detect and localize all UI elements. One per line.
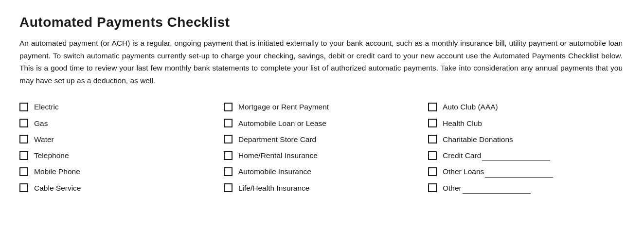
checklist-item-label: Credit Card — [443, 150, 550, 161]
checkbox[interactable] — [224, 135, 233, 143]
checklist-item-label: Mobile Phone — [34, 166, 80, 177]
checkbox[interactable] — [428, 119, 437, 127]
checkbox[interactable] — [428, 183, 437, 192]
checkbox[interactable] — [19, 135, 28, 143]
checklist-item-label: Health Club — [443, 118, 482, 129]
checklist-item-label: Home/Rental Insurance — [238, 150, 318, 161]
checkbox[interactable] — [19, 103, 28, 111]
list-item: Health Club — [428, 117, 623, 130]
checklist-item-label: Auto Club (AAA) — [443, 101, 498, 112]
checklist-grid: ElectricGasWaterTelephoneMobile PhoneCab… — [19, 100, 623, 195]
list-item: Other Loans — [428, 165, 623, 178]
list-item: Credit Card — [428, 149, 623, 162]
checklist-item-label: Telephone — [34, 150, 69, 161]
checklist-item-label: Gas — [34, 118, 48, 129]
checkbox[interactable] — [428, 103, 437, 111]
checklist-item-label: Life/Health Insurance — [238, 182, 309, 194]
checklist-column-1: ElectricGasWaterTelephoneMobile PhoneCab… — [19, 100, 214, 195]
checkbox[interactable] — [224, 151, 233, 160]
checkbox[interactable] — [428, 151, 437, 160]
intro-paragraph: An automated payment (or ACH) is a regul… — [19, 37, 623, 87]
list-item: Mobile Phone — [19, 165, 214, 178]
list-item: Telephone — [19, 149, 214, 162]
checklist-column-2: Mortgage or Rent PaymentAutomobile Loan … — [224, 100, 418, 195]
list-item: Department Store Card — [224, 133, 418, 146]
checklist-item-label: Department Store Card — [238, 134, 316, 145]
list-item: Auto Club (AAA) — [428, 100, 623, 113]
checkbox[interactable] — [224, 103, 233, 111]
list-item: Other — [428, 181, 623, 195]
list-item: Gas — [19, 117, 214, 130]
list-item: Cable Service — [19, 181, 214, 195]
list-item: Charitable Donations — [428, 133, 623, 146]
checkbox[interactable] — [428, 135, 437, 143]
list-item: Mortgage or Rent Payment — [224, 100, 418, 113]
checkbox[interactable] — [224, 167, 233, 176]
checklist-item-label: Automobile Insurance — [238, 166, 311, 177]
checklist-item-label: Automobile Loan or Lease — [238, 118, 326, 129]
checklist-item-label: Electric — [34, 101, 59, 112]
checkbox[interactable] — [19, 119, 28, 127]
list-item: Water — [19, 133, 214, 146]
checklist-item-label: Mortgage or Rent Payment — [238, 101, 329, 112]
checkbox[interactable] — [19, 151, 28, 160]
checklist-item-label: Charitable Donations — [443, 134, 513, 145]
page-title: Automated Payments Checklist — [19, 15, 625, 30]
checkbox[interactable] — [224, 183, 233, 192]
checkbox[interactable] — [19, 183, 28, 192]
checklist-item-label: Other Loans — [443, 166, 553, 177]
list-item: Automobile Insurance — [224, 165, 418, 178]
checklist-item-label: Other — [443, 182, 531, 194]
list-item: Life/Health Insurance — [224, 181, 418, 195]
list-item: Automobile Loan or Lease — [224, 117, 418, 130]
checklist-item-label: Water — [34, 134, 54, 145]
checkbox[interactable] — [428, 167, 437, 176]
checklist-column-3: Auto Club (AAA)Health ClubCharitable Don… — [428, 100, 623, 195]
checklist-item-label: Cable Service — [34, 182, 81, 194]
checkbox[interactable] — [19, 167, 28, 176]
list-item: Electric — [19, 100, 214, 113]
list-item: Home/Rental Insurance — [224, 149, 418, 162]
checkbox[interactable] — [224, 119, 233, 127]
